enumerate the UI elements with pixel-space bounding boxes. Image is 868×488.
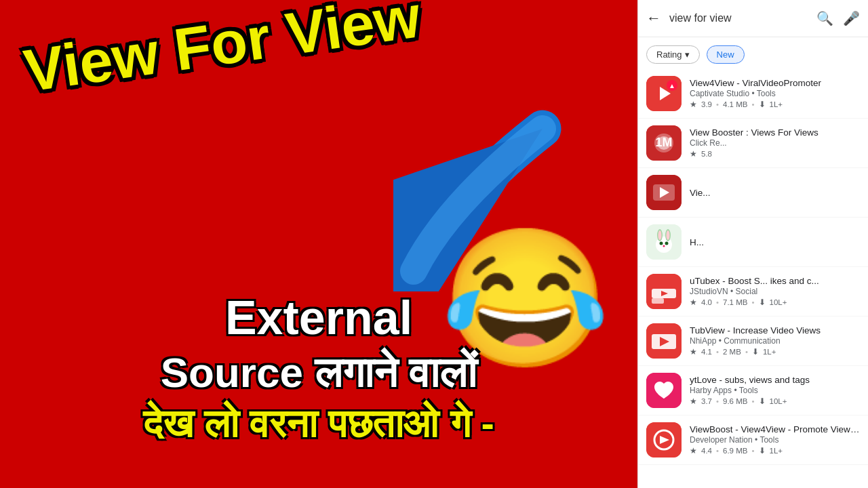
arrow-decoration xyxy=(393,102,597,294)
app-name-6: TubView - Increase Video Views xyxy=(690,325,860,336)
app-icon-6 xyxy=(646,323,682,359)
video-title: View For View xyxy=(20,0,425,102)
app-item-5[interactable]: uTubex - Boost S... ikes and c... JStudi… xyxy=(638,267,868,317)
app-list: ▲ View4View - ViralVideoPromoter Captiva… xyxy=(638,69,868,488)
app-item-4[interactable]: H... xyxy=(638,218,868,267)
svg-point-17 xyxy=(667,230,670,240)
svg-text:1M: 1M xyxy=(655,136,672,149)
app-icon-4 xyxy=(646,224,682,260)
app-name-4: H... xyxy=(690,237,860,247)
app-name-5: uTubex - Boost S... ikes and c... xyxy=(690,276,860,286)
svg-text:▲: ▲ xyxy=(669,82,675,89)
play-store-panel: ← view for view 🔍 🎤 Rating ▾ New ▲ xyxy=(637,0,868,488)
app-item-3[interactable]: Vie... xyxy=(638,168,868,218)
app-dev-1: Captivate Studio • Tools xyxy=(690,89,860,98)
back-button[interactable]: ← xyxy=(646,9,661,27)
svg-point-20 xyxy=(663,245,665,247)
app-name-7: ytLove - subs, views and tags xyxy=(690,375,860,385)
app-item-1[interactable]: ▲ View4View - ViralVideoPromoter Captiva… xyxy=(638,69,868,119)
app-meta-1: ★ 3.9 • 4.1 MB • ⬇ 1L+ xyxy=(690,100,860,109)
app-dev-7: Harby Apps • Tools xyxy=(690,386,860,395)
app-item-6[interactable]: TubView - Increase Video Views NhiApp • … xyxy=(638,317,868,366)
store-header: ← view for view 🔍 🎤 xyxy=(638,0,868,37)
app-info-5: uTubex - Boost S... ikes and c... JStudi… xyxy=(690,276,860,307)
app-icon-5 xyxy=(646,274,682,309)
app-icon-1: ▲ xyxy=(646,76,682,111)
app-meta-8: ★ 4.4 • 6.9 MB • ⬇ 1L+ xyxy=(690,446,860,455)
app-icon-8 xyxy=(646,422,682,458)
svg-point-19 xyxy=(665,242,669,245)
search-icon[interactable]: 🔍 xyxy=(816,10,833,26)
app-info-1: View4View - ViralVideoPromoter Captivate… xyxy=(690,78,860,109)
rating-filter-chip[interactable]: Rating ▾ xyxy=(646,45,700,64)
app-dev-8: Developer Nation • Tools xyxy=(690,435,860,445)
search-query: view for view xyxy=(669,12,808,24)
app-info-3: Vie... xyxy=(690,188,860,198)
header-icons: 🔍 🎤 xyxy=(816,10,860,26)
app-icon-7 xyxy=(646,373,682,408)
app-item-2[interactable]: 1M View Booster : Views For Views Click … xyxy=(638,119,868,168)
app-name-1: View4View - ViralVideoPromoter xyxy=(690,78,860,88)
filter-row: Rating ▾ New xyxy=(638,37,868,69)
app-info-4: H... xyxy=(690,237,860,247)
app-info-6: TubView - Increase Video Views NhiApp • … xyxy=(690,325,860,357)
app-meta-7: ★ 3.7 • 9.6 MB • ⬇ 10L+ xyxy=(690,396,860,406)
svg-point-16 xyxy=(658,230,662,240)
app-dev-2: Click Re... xyxy=(690,138,860,148)
app-item-8[interactable]: ViewBoost - View4View - Promote Views...… xyxy=(638,415,868,465)
app-dev-6: NhiApp • Communication xyxy=(690,336,860,346)
app-info-7: ytLove - subs, views and tags Harby Apps… xyxy=(690,375,860,406)
app-icon-2: 1M xyxy=(646,125,682,161)
app-meta-5: ★ 4.0 • 7.1 MB • ⬇ 10L+ xyxy=(690,298,860,307)
app-info-2: View Booster : Views For Views Click Re.… xyxy=(690,127,860,159)
svg-rect-24 xyxy=(652,298,664,304)
app-meta-2: ★ 5.8 xyxy=(690,149,860,159)
microphone-icon[interactable]: 🎤 xyxy=(843,10,860,26)
app-name-8: ViewBoost - View4View - Promote Views... xyxy=(690,424,860,434)
new-filter-chip[interactable]: New xyxy=(707,45,745,64)
app-meta-6: ★ 4.1 • 2 MB • ⬇ 1L+ xyxy=(690,347,860,357)
app-name-2: View Booster : Views For Views xyxy=(690,127,860,138)
video-thumbnail: View For View 😂 External Source लगाने वा… xyxy=(0,0,637,488)
app-info-8: ViewBoost - View4View - Promote Views...… xyxy=(690,424,860,455)
app-item-7[interactable]: ytLove - subs, views and tags Harby Apps… xyxy=(638,366,868,415)
svg-point-18 xyxy=(660,242,663,245)
app-name-3: Vie... xyxy=(690,188,860,198)
video-bottom-text: External Source लगाने वालों देख लो वरना … xyxy=(20,291,617,447)
app-icon-3 xyxy=(646,175,682,210)
app-dev-5: JStudioVN • Social xyxy=(690,287,860,296)
